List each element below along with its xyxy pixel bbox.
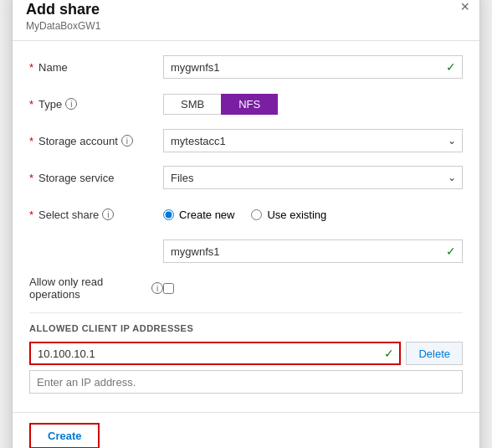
add-share-dialog: Add share MyDataBoxGW1 × * Name ✓ * Type… (12, 0, 480, 448)
select-share-row: * Select share i Create new Use existing (29, 202, 463, 227)
select-share-info-icon: i (102, 209, 114, 220)
name-input-wrapper: ✓ (163, 55, 463, 79)
type-buttons: SMB NFS (163, 94, 278, 115)
allow-read-info-icon: i (151, 282, 163, 294)
ip-check-icon: ✓ (384, 347, 394, 360)
smb-button[interactable]: SMB (163, 94, 221, 115)
storage-account-label: * Storage account i (29, 135, 163, 147)
dialog-title: Add share (26, 1, 466, 18)
storage-service-control: Files ⌄ (163, 166, 463, 189)
required-star-service: * (29, 172, 33, 184)
create-button[interactable]: Create (29, 423, 100, 448)
required-star-storage: * (29, 135, 33, 147)
dialog-footer: Create (13, 412, 479, 448)
create-new-radio[interactable] (163, 209, 174, 220)
nfs-button[interactable]: NFS (221, 94, 278, 115)
share-name-input[interactable] (163, 239, 463, 263)
use-existing-radio[interactable] (251, 209, 262, 220)
storage-account-select[interactable]: mytestacc1 (163, 129, 463, 152)
name-check-icon: ✓ (446, 60, 456, 74)
select-share-control: Create new Use existing (163, 209, 463, 221)
share-name-check-icon: ✓ (446, 245, 456, 258)
create-new-radio-label[interactable]: Create new (163, 209, 234, 221)
name-input[interactable] (163, 55, 463, 79)
use-existing-radio-label[interactable]: Use existing (251, 209, 326, 221)
ip-input-wrapper: ✓ (29, 342, 401, 365)
dialog-header: Add share MyDataBoxGW1 × (13, 0, 479, 41)
allow-read-checkbox[interactable] (163, 283, 174, 294)
use-existing-label: Use existing (267, 209, 326, 221)
storage-account-dropdown[interactable]: mytestacc1 ⌄ (163, 129, 463, 152)
delete-button[interactable]: Delete (406, 342, 463, 365)
type-label: * Type i (29, 98, 163, 111)
allow-read-row: Allow only read operations i (29, 275, 463, 301)
share-name-row: ✓ (29, 239, 463, 264)
name-label: * Name (29, 61, 163, 74)
storage-account-control: mytestacc1 ⌄ (163, 129, 463, 152)
storage-service-label: * Storage service (29, 172, 163, 184)
storage-account-info-icon: i (121, 135, 133, 147)
ip-input[interactable] (29, 342, 401, 365)
type-info-icon: i (65, 98, 77, 110)
storage-service-row: * Storage service Files ⌄ (29, 165, 463, 190)
required-star-type: * (29, 98, 33, 111)
type-control: SMB NFS (163, 94, 463, 115)
select-share-label: * Select share i (29, 209, 163, 221)
allowed-ips-title: ALLOWED CLIENT IP ADDRESSES (29, 323, 463, 333)
radio-group: Create new Use existing (163, 209, 326, 221)
name-control: ✓ (163, 55, 463, 79)
ip-placeholder-row (29, 370, 463, 394)
dialog-body: * Name ✓ * Type i SMB NFS (13, 41, 479, 412)
allow-read-label: Allow only read operations i (29, 275, 163, 301)
required-star: * (29, 61, 33, 74)
create-new-label: Create new (179, 209, 234, 221)
ip-entry-row: ✓ Delete (29, 342, 463, 365)
storage-service-select[interactable]: Files (163, 166, 463, 189)
close-button[interactable]: × (460, 0, 469, 14)
allow-read-control (163, 283, 463, 294)
share-name-input-wrapper: ✓ (163, 239, 463, 263)
storage-account-row: * Storage account i mytestacc1 ⌄ (29, 128, 463, 153)
divider (29, 312, 463, 313)
dialog-subtitle: MyDataBoxGW1 (26, 20, 466, 32)
share-name-control: ✓ (163, 239, 463, 263)
storage-service-dropdown[interactable]: Files ⌄ (163, 166, 463, 189)
name-row: * Name ✓ (29, 54, 463, 80)
type-row: * Type i SMB NFS (29, 91, 463, 116)
ip-placeholder-input[interactable] (29, 370, 463, 394)
required-star-share: * (29, 209, 33, 221)
